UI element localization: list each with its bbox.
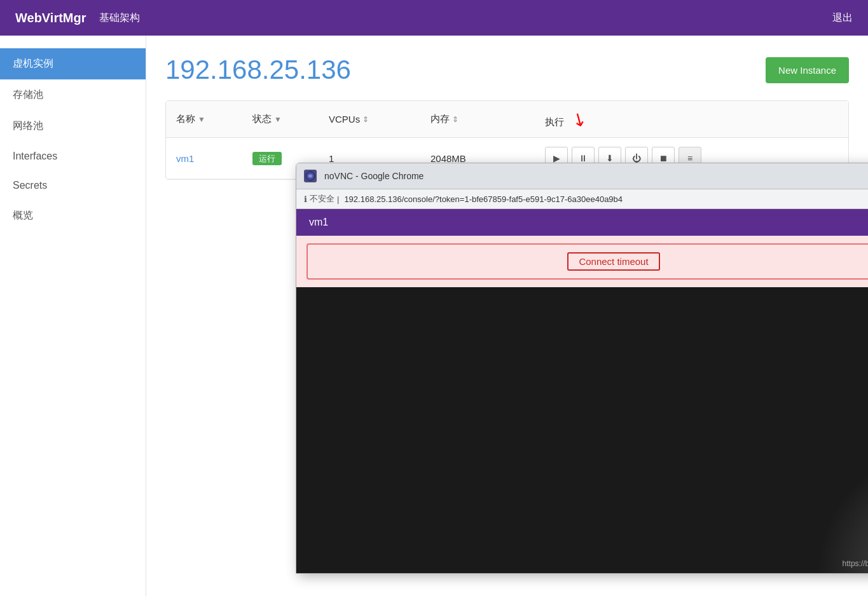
red-arrow-indicator: ↘ <box>567 106 590 132</box>
browser-titlebar: noVNC - Google Chrome ─ □ ✕ <box>296 163 868 189</box>
col-header-actions: 执行 ↘ <box>545 109 838 130</box>
browser-vm-title: vm1 <box>309 217 328 228</box>
sidebar-item-storage-pool[interactable]: 存储池 <box>0 79 146 111</box>
table-header: 名称 ▼ 状态 ▼ VCPUs ⇕ 内存 ⇕ 执行 ↘ <box>166 101 848 138</box>
sort-arrow-status: ▼ <box>274 115 282 124</box>
sidebar-item-overview[interactable]: 概览 <box>0 200 146 231</box>
cell-vcpus: 1 <box>329 153 431 164</box>
sidebar-item-network-pool[interactable]: 网络池 <box>0 111 146 142</box>
main-content: 192.168.25.136 New Instance 名称 ▼ 状态 ▼ VC… <box>146 36 868 596</box>
address-bar: ℹ 不安全 | 192.168.25.136/console/?token=1-… <box>296 189 868 209</box>
sidebar: 虚机实例 存储池 网络池 Interfaces Secrets 概览 <box>0 36 146 596</box>
sort-arrow-vcpus: ⇕ <box>362 115 369 124</box>
nav-infrastructure-link[interactable]: 基础架构 <box>99 11 140 25</box>
nav-logout[interactable]: 退出 <box>832 11 853 25</box>
col-header-name: 名称 ▼ <box>176 113 252 125</box>
main-container: 虚机实例 存储池 网络池 Interfaces Secrets 概览 192.1… <box>0 36 868 596</box>
alert-wrapper: Connect timeout ✕ <box>296 236 868 287</box>
sidebar-item-secrets[interactable]: Secrets <box>0 171 146 200</box>
nav-brand: WebVirtMgr <box>15 11 86 25</box>
sort-arrow-name: ▼ <box>198 115 205 124</box>
new-instance-button[interactable]: New Instance <box>766 57 849 83</box>
novnc-icon <box>305 171 315 181</box>
top-navbar: WebVirtMgr 基础架构 退出 <box>0 0 868 36</box>
cell-name: vm1 <box>176 153 252 164</box>
info-icon: ℹ <box>304 194 307 204</box>
sidebar-item-vm-instances[interactable]: 虚机实例 <box>0 48 146 79</box>
page-title: 192.168.25.136 <box>165 55 351 85</box>
browser-window-title: noVNC - Google Chrome <box>324 171 868 181</box>
nav-left: WebVirtMgr 基础架构 <box>15 11 140 25</box>
col-header-status: 状态 ▼ <box>252 113 329 125</box>
col-header-vcpus: VCPUs ⇕ <box>329 114 431 125</box>
col-header-memory: 内存 ⇕ <box>431 113 545 125</box>
vnc-area-gradient <box>816 446 868 573</box>
security-indicator: ℹ 不安全 | <box>304 193 339 205</box>
vnc-display-area: https://blog.csdn.net/qq99... <box>296 287 868 573</box>
footer-url: https://blog.csdn.net/qq99... <box>843 559 868 568</box>
sidebar-item-interfaces[interactable]: Interfaces <box>0 142 146 171</box>
address-url[interactable]: 192.168.25.136/console/?token=1-bfe67859… <box>344 194 868 204</box>
sort-arrow-memory: ⇕ <box>452 115 458 124</box>
browser-app-icon <box>304 170 317 182</box>
page-header: 192.168.25.136 New Instance <box>165 55 849 85</box>
status-badge: 运行 <box>252 152 282 165</box>
connect-timeout-text: Connect timeout <box>567 252 659 271</box>
browser-overlay-window: noVNC - Google Chrome ─ □ ✕ ℹ 不安全 | 192.… <box>296 163 868 574</box>
vm-link[interactable]: vm1 <box>176 153 194 164</box>
connect-timeout-alert: Connect timeout ✕ <box>307 243 868 280</box>
cell-memory: 2048MB <box>431 153 545 164</box>
browser-content-header: vm1 <box>296 209 868 236</box>
